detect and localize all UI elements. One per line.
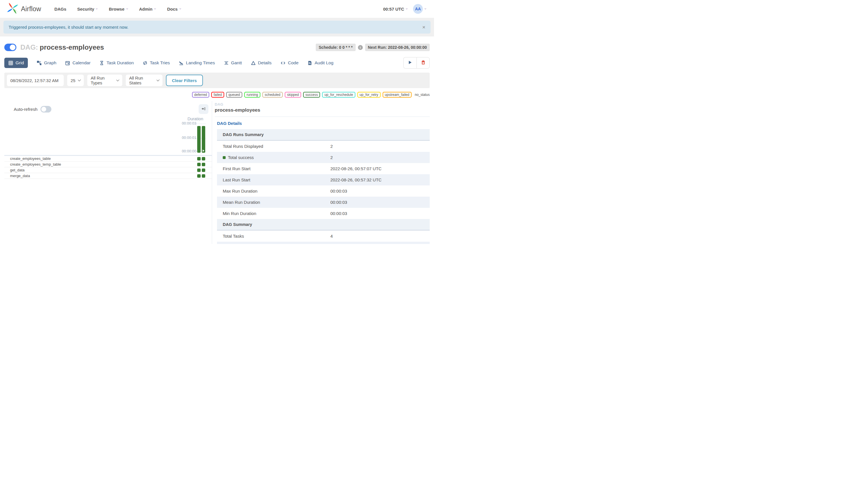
nav-item-admin[interactable]: Admin bbox=[139, 6, 156, 12]
info-icon[interactable]: i bbox=[358, 45, 363, 50]
status-badge-up_for_reschedule[interactable]: up_for_reschedule bbox=[322, 92, 355, 97]
details-row: Total Runs Displayed2 bbox=[217, 141, 430, 152]
details-row-label: Total success bbox=[223, 155, 330, 160]
status-badge-running[interactable]: running bbox=[244, 92, 260, 97]
task-instance-success[interactable] bbox=[202, 169, 205, 172]
page-size-select[interactable]: 25 bbox=[67, 75, 84, 86]
schedule-badge[interactable]: Schedule: 0 0 * * * bbox=[316, 44, 355, 51]
tab-label: Graph bbox=[44, 60, 56, 65]
details-row: Total Tasks4 bbox=[217, 231, 430, 242]
tab-gantt[interactable]: Gantt bbox=[224, 58, 242, 68]
status-badge-scheduled[interactable]: scheduled bbox=[262, 92, 283, 97]
nav-item-label: Security bbox=[77, 6, 94, 12]
details-section-header: DAG Summary bbox=[217, 219, 430, 231]
audit-log-icon bbox=[307, 61, 312, 65]
divider bbox=[215, 117, 430, 117]
tab-task-duration[interactable]: Task Duration bbox=[99, 58, 134, 68]
manual-run-play-icon bbox=[203, 150, 204, 152]
tab-label: Task Tries bbox=[150, 60, 170, 65]
dag-pause-toggle[interactable] bbox=[4, 44, 16, 51]
run-states-select[interactable]: All Run States bbox=[126, 75, 162, 86]
user-menu[interactable]: AA bbox=[413, 4, 427, 14]
details-row-value: 00:00:03 bbox=[330, 189, 430, 193]
auto-refresh-toggle[interactable] bbox=[41, 106, 51, 112]
gantt-icon bbox=[224, 61, 229, 65]
trigger-dag-button[interactable] bbox=[403, 57, 417, 68]
duration-axis-tick: 00:00:01 bbox=[4, 136, 212, 140]
task-instance-success[interactable] bbox=[202, 157, 205, 160]
status-no-status[interactable]: no_status bbox=[415, 93, 430, 97]
nav-item-browse[interactable]: Browse bbox=[109, 6, 128, 12]
task-instance-success[interactable] bbox=[197, 157, 201, 160]
clear-filters-button[interactable]: Clear Filters bbox=[166, 75, 203, 86]
tab-task-tries[interactable]: Task Tries bbox=[143, 58, 170, 68]
task-instance-squares bbox=[197, 169, 205, 172]
dag-run-bar-success[interactable] bbox=[202, 126, 205, 153]
view-tabs-row: GridGraphCalendarTask DurationTask Tries… bbox=[4, 57, 430, 68]
details-row-value: 2022-08-26, 00:57:32 UTC bbox=[330, 177, 430, 182]
clock-menu[interactable]: 00:57 UTC bbox=[383, 6, 408, 12]
nav-item-label: Admin bbox=[139, 6, 153, 12]
success-swatch-icon bbox=[223, 156, 226, 159]
tab-label: Code bbox=[288, 60, 298, 65]
tab-label: Calendar bbox=[72, 60, 90, 65]
tab-landing-times[interactable]: Landing Times bbox=[179, 58, 215, 68]
duration-tick-label: 00:00:01 bbox=[182, 136, 196, 140]
status-legend: deferredfailedqueuedrunningscheduledskip… bbox=[4, 92, 430, 97]
task-instance-success[interactable] bbox=[197, 169, 201, 172]
task-name[interactable]: get_data bbox=[10, 168, 197, 172]
status-badge-queued[interactable]: queued bbox=[226, 92, 242, 97]
task-instance-success[interactable] bbox=[197, 174, 201, 178]
chevron-down-icon bbox=[126, 8, 128, 10]
status-badge-success[interactable]: success bbox=[303, 92, 320, 97]
gridline bbox=[196, 124, 206, 124]
tab-label: Task Duration bbox=[107, 60, 134, 65]
toggle-details-panel-button[interactable] bbox=[199, 104, 208, 114]
duration-tick-label: 00:00:03 bbox=[182, 121, 196, 125]
close-icon[interactable]: × bbox=[422, 25, 425, 30]
nav-item-label: DAGs bbox=[54, 6, 66, 12]
details-row: First Run Start2022-08-26, 00:57:07 UTC bbox=[217, 163, 430, 174]
status-badge-up_for_retry[interactable]: up_for_retry bbox=[357, 92, 381, 97]
tab-grid[interactable]: Grid bbox=[4, 58, 28, 68]
airflow-logo bbox=[7, 3, 18, 15]
page-size-value: 25 bbox=[71, 78, 76, 83]
nav-item-docs[interactable]: Docs bbox=[167, 6, 182, 12]
run-types-select[interactable]: All Run Types bbox=[87, 75, 122, 86]
avatar: AA bbox=[413, 4, 423, 14]
status-badge-failed[interactable]: failed bbox=[211, 92, 224, 97]
tab-code[interactable]: Code bbox=[280, 58, 298, 68]
task-name[interactable]: create_employees_temp_table bbox=[10, 162, 197, 167]
status-badge-deferred[interactable]: deferred bbox=[192, 92, 210, 97]
play-icon bbox=[407, 60, 413, 66]
details-row-value: 00:00:03 bbox=[330, 200, 430, 205]
task-instance-success[interactable] bbox=[197, 163, 201, 166]
triangle-icon bbox=[251, 61, 256, 65]
tab-audit-log[interactable]: Audit Log bbox=[307, 58, 334, 68]
tab-label: Landing Times bbox=[186, 60, 215, 65]
tab-details[interactable]: Details bbox=[251, 58, 272, 68]
dag-details-tab[interactable]: DAG Details bbox=[217, 121, 242, 126]
next-run-badge: Next Run: 2022-08-26, 00:00:00 bbox=[365, 44, 430, 51]
status-badge-skipped[interactable]: skipped bbox=[285, 92, 301, 97]
tab-graph[interactable]: Graph bbox=[37, 58, 56, 68]
task-instance-success[interactable] bbox=[202, 163, 205, 166]
dag-prefix: DAG: bbox=[20, 43, 38, 51]
task-name[interactable]: create_employees_table bbox=[10, 156, 197, 161]
chevron-down-icon bbox=[78, 78, 81, 81]
delete-dag-button[interactable] bbox=[417, 57, 430, 68]
task-name[interactable]: merge_data bbox=[10, 174, 197, 178]
panel-type-label: DAG bbox=[215, 102, 430, 107]
base-date-input[interactable] bbox=[7, 75, 64, 86]
nav-item-security[interactable]: Security bbox=[77, 6, 98, 12]
details-row-label: Total Runs Displayed bbox=[223, 144, 330, 149]
nav-item-dags[interactable]: DAGs bbox=[54, 6, 66, 12]
tab-calendar[interactable]: Calendar bbox=[65, 58, 90, 68]
grid-icon bbox=[8, 61, 13, 65]
details-panel: DAG process-employees DAG Details DAG Ru… bbox=[212, 101, 430, 244]
status-badge-upstream_failed[interactable]: upstream_failed bbox=[383, 92, 412, 97]
navbar: Airflow DAGsSecurityBrowseAdminDocs 00:5… bbox=[0, 0, 434, 18]
task-instance-success[interactable] bbox=[202, 174, 205, 178]
dag-run-bar-success[interactable] bbox=[197, 126, 201, 153]
airflow-brand[interactable]: Airflow bbox=[7, 3, 41, 15]
